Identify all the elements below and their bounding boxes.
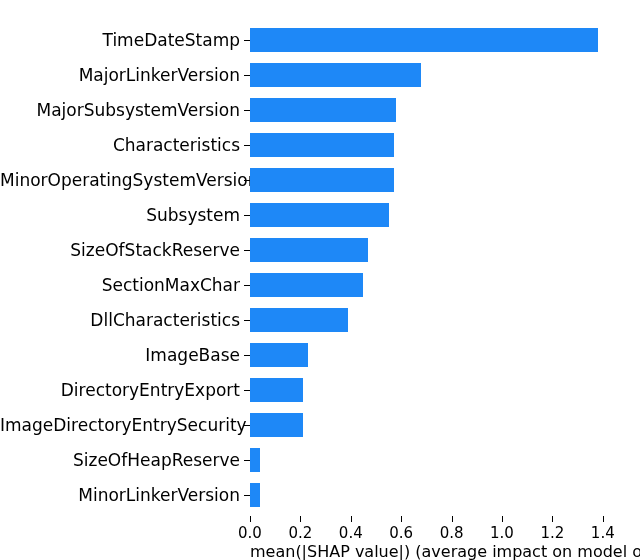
category-label: MinorOperatingSystemVersion [0, 168, 240, 192]
category-label: SizeOfHeapReserve [0, 448, 240, 472]
x-tick-label: 0.4 [331, 524, 371, 542]
category-label: TimeDateStamp [0, 28, 240, 52]
bar [250, 413, 303, 437]
bar [250, 273, 363, 297]
x-tick-label: 0.2 [280, 524, 320, 542]
x-tick [502, 516, 503, 522]
x-tick [452, 516, 453, 522]
category-label: MinorLinkerVersion [0, 483, 240, 507]
category-label: DllCharacteristics [0, 308, 240, 332]
x-tick [351, 516, 352, 522]
x-tick-label: 1.0 [482, 524, 522, 542]
bar [250, 28, 598, 52]
category-label: MajorSubsystemVersion [0, 98, 240, 122]
x-tick-label: 0.6 [381, 524, 421, 542]
bar [250, 378, 303, 402]
bar [250, 448, 260, 472]
bar [250, 343, 308, 367]
x-axis-label: mean(|SHAP value|) (average impact on mo… [250, 542, 640, 560]
shap-feature-importance-chart: TimeDateStamp MajorLinkerVersion MajorSu… [0, 0, 640, 560]
category-label: Characteristics [0, 133, 240, 157]
bar [250, 203, 389, 227]
x-tick [250, 516, 251, 522]
x-tick-label: 0.0 [230, 524, 270, 542]
category-label: ImageDirectoryEntrySecurity [0, 413, 240, 437]
bar [250, 308, 348, 332]
x-tick-label: 0.8 [432, 524, 472, 542]
bar [250, 483, 260, 507]
category-label: MajorLinkerVersion [0, 63, 240, 87]
category-label: DirectoryEntryExport [0, 378, 240, 402]
category-label: ImageBase [0, 343, 240, 367]
bar [250, 63, 421, 87]
plot-area: TimeDateStamp MajorLinkerVersion MajorSu… [250, 22, 628, 516]
category-label: Subsystem [0, 203, 240, 227]
bar [250, 98, 396, 122]
category-label: SectionMaxChar [0, 273, 240, 297]
x-tick-label: 1.2 [532, 524, 572, 542]
x-tick-label: 1.4 [583, 524, 623, 542]
x-tick [300, 516, 301, 522]
x-tick [552, 516, 553, 522]
bar [250, 168, 394, 192]
x-tick [603, 516, 604, 522]
x-tick [401, 516, 402, 522]
bar [250, 133, 394, 157]
bar [250, 238, 368, 262]
category-label: SizeOfStackReserve [0, 238, 240, 262]
